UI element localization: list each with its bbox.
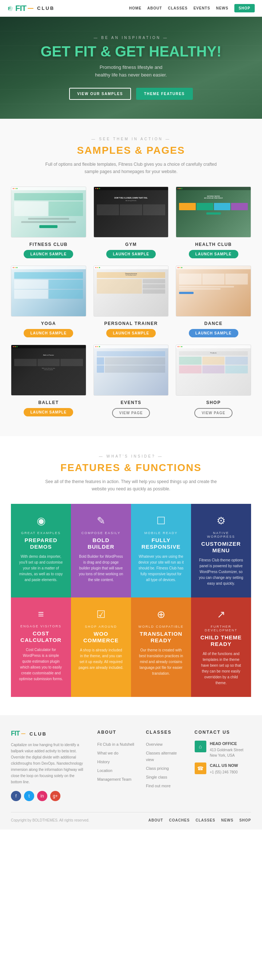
features-desc: See all of the theme features in action.… [40, 478, 222, 493]
samples-grid: FITNESS CLUB LAUNCH SAMPLE Don't be a lo… [11, 186, 251, 418]
about-link-nutshell[interactable]: Fit Club in a Nutshell [97, 742, 134, 746]
responsive-title: FULLYRESPONSIVE [138, 537, 184, 550]
theme-features-button[interactable]: THEME FEATURES [136, 88, 193, 100]
about-link-location[interactable]: Location [97, 768, 113, 773]
sample-health-club: NOTHING TASTESAS GOOD AS THIN FEELS! HEA… [176, 186, 251, 258]
footer-copyright: Copyright by BOLDTHEMES. All rights rese… [11, 818, 89, 822]
header: F FIT CLUB HOME ABOUT CLASSES EVENTS NEW… [0, 0, 262, 17]
classes-link-pricing[interactable]: Class pricing [146, 766, 169, 770]
view-events-button[interactable]: VIEW PAGE [112, 408, 150, 418]
launch-gym-button[interactable]: LAUNCH SAMPLE [106, 250, 156, 258]
footer-logo-club: CLUB [30, 731, 47, 737]
footer-nav-shop[interactable]: SHOP [240, 818, 251, 822]
feature-calculator: ≡ ENGAGE VISITORS COSTCALCULATOR Cost Ca… [11, 597, 71, 697]
builder-desc: Bold Builder for WordPress is drag and d… [78, 554, 124, 583]
footer-nav-classes[interactable]: CLASSES [195, 818, 215, 822]
sample-personal-trainer: Championship trainingfor thursday sessio… [94, 266, 169, 337]
sample-name-shop: SHOP [176, 400, 251, 405]
social-google-plus[interactable]: g+ [50, 791, 60, 801]
customizer-title: CUSTOMIZERMENU [198, 541, 244, 554]
footer-nav-news[interactable]: NEWS [221, 818, 233, 822]
svg-rect-3 [21, 734, 25, 735]
sample-thumb-gym: Don't be a loser, damn that fail As bein… [94, 186, 169, 237]
contact-phone-text: CALL US NOW +1 (55) 246 7800 [210, 762, 238, 775]
calculator-subtitle: ENGAGE VISITORS [18, 624, 64, 628]
nav-news[interactable]: NEWS [216, 6, 229, 10]
footer-desc: Capitalize on low hanging fruit to ident… [11, 742, 86, 785]
launch-ballet-button[interactable]: LAUNCH SAMPLE [24, 408, 73, 417]
footer-about-title: ABOUT [97, 730, 135, 735]
features-title: FEATURES & FUNCTIONS [11, 462, 251, 474]
nav-home[interactable]: HOME [129, 6, 141, 10]
responsive-desc: Whatever you are using the device your s… [138, 554, 184, 583]
sample-dance: DANCE LAUNCH SAMPLE [176, 266, 251, 337]
sample-name-events: EVENTS [94, 400, 169, 405]
sample-thumb-yoga [11, 266, 86, 317]
features-section: WHAT'S INSIDE? FEATURES & FUNCTIONS See … [0, 436, 262, 715]
samples-section: SEE THEM IN ACTION SAMPLES & PAGES Full … [0, 119, 262, 436]
launch-yoga-button[interactable]: LAUNCH SAMPLE [24, 329, 73, 337]
classes-link-alt[interactable]: Classes alternate view [146, 751, 177, 762]
about-link-history[interactable]: History [97, 760, 110, 764]
logo-club-text: CLUB [37, 5, 55, 11]
sample-thumb-health: NOTHING TASTESAS GOOD AS THIN FEELS! [176, 186, 251, 237]
nav-classes[interactable]: CLASSES [168, 6, 187, 10]
child-theme-icon: ↗ [198, 608, 244, 620]
sample-name-yoga: YOGA [11, 321, 86, 326]
translation-subtitle: WORLD COMPATIBLE [138, 625, 184, 628]
social-twitter[interactable]: t [24, 791, 34, 801]
nav-shop[interactable]: SHOP [234, 4, 255, 13]
launch-fitness-button[interactable]: LAUNCH SAMPLE [24, 250, 73, 258]
hero-title: GET FIT & GET HEALTHY! [40, 43, 221, 59]
samples-label: SEE THEM IN ACTION [11, 137, 251, 141]
launch-trainer-button[interactable]: LAUNCH SAMPLE [106, 329, 156, 337]
about-link-mgmt[interactable]: Management Team [97, 777, 131, 781]
demos-subtitle: GREAT EXAMPLES [18, 531, 64, 535]
translation-icon: ⊕ [138, 608, 184, 620]
hero-content: BE AN INSPIRATION GET FIT & GET HEALTHY!… [40, 36, 221, 100]
sample-name-fitness: FITNESS CLUB [11, 242, 86, 247]
feature-customizer: ⚙ NATIVE WORDPRESS CUSTOMIZERMENU Fitnes… [191, 504, 251, 597]
classes-link-overview[interactable]: Overview [146, 742, 163, 746]
address-icon: ⌂ [195, 741, 206, 752]
launch-health-button[interactable]: LAUNCH SAMPLE [189, 250, 238, 258]
footer-bottom-nav: ABOUT COACHES CLASSES NEWS SHOP [148, 818, 251, 822]
contact-phone: ☎ CALL US NOW +1 (55) 246 7800 [195, 762, 251, 775]
sample-events: EVENTS VIEW PAGE [94, 345, 169, 418]
customizer-icon: ⚙ [198, 515, 244, 527]
classes-link-more[interactable]: Find out more [146, 784, 171, 788]
footer-bottom: Copyright by BOLDTHEMES. All rights rese… [11, 812, 251, 822]
nav-events[interactable]: EVENTS [194, 6, 210, 10]
footer-logo: FIT CLUB [11, 730, 86, 737]
social-instagram[interactable]: in [37, 791, 47, 801]
sample-thumb-fitness [11, 186, 86, 237]
footer-classes-col: CLASSES Overview Classes alternate view … [146, 730, 184, 801]
hero-label: BE AN INSPIRATION [40, 36, 221, 40]
footer-top: FIT CLUB Capitalize on low hanging fruit… [11, 730, 251, 801]
contact-address-text: HEAD OFFICE 413 Goldmark StreetNew York,… [210, 741, 243, 759]
nav-about[interactable]: ABOUT [148, 6, 162, 10]
footer-nav-about[interactable]: ABOUT [148, 818, 164, 822]
hero-desc: Promoting fitness lifestyle andhealthy l… [40, 64, 221, 79]
features-label: WHAT'S INSIDE? [11, 454, 251, 458]
woo-desc: A shop is already included in the theme,… [78, 648, 124, 671]
launch-dance-button[interactable]: LAUNCH SAMPLE [189, 329, 238, 337]
footer-brand-col: FIT CLUB Capitalize on low hanging fruit… [11, 730, 86, 801]
builder-title: BOLDBUILDER [78, 537, 124, 550]
child-theme-subtitle: FURTHER DEVELOPMENT [198, 625, 244, 632]
social-facebook[interactable]: f [11, 791, 21, 801]
sample-name-trainer: PERSONAL TRAINER [94, 321, 169, 326]
view-samples-button[interactable]: VIEW OUR SAMPLES [69, 88, 131, 100]
sample-name-dance: DANCE [176, 321, 251, 326]
logo: F FIT CLUB [7, 4, 55, 13]
child-theme-title: CHILD THEMEREADY [198, 634, 244, 648]
footer-nav-coaches[interactable]: COACHES [169, 818, 190, 822]
classes-link-single[interactable]: Single class [146, 775, 167, 779]
sample-name-health: HEALTH CLUB [176, 242, 251, 247]
footer: FIT CLUB Capitalize on low hanging fruit… [0, 715, 262, 830]
view-shop-button[interactable]: VIEW PAGE [194, 408, 232, 418]
footer-about-links: Fit Club in a Nutshell What we do Histor… [97, 741, 135, 782]
sample-thumb-trainer: Championship trainingfor thursday sessio… [94, 266, 169, 317]
about-link-what[interactable]: What we do [97, 751, 118, 755]
sample-thumb-ballet: Ballet at Passion Ballet never becomes e… [11, 345, 86, 396]
